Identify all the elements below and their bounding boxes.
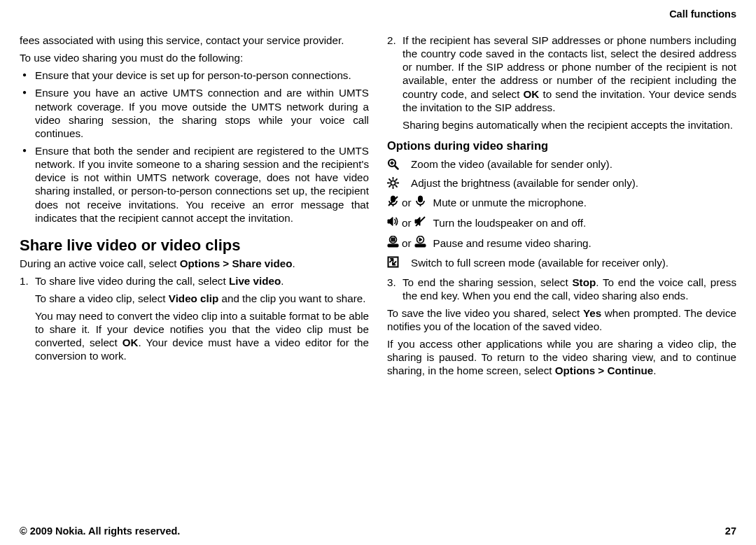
copyright: © 2009 Nokia. All rights reserved.: [20, 525, 180, 537]
requirements-list: Ensure that your device is set up for pe…: [20, 69, 369, 225]
step-number: 2.: [387, 34, 396, 47]
pause-icon: [387, 236, 399, 250]
list-item: Ensure that both the sender and recipien…: [20, 144, 369, 225]
speaker-on-icon: [387, 215, 399, 230]
steps-list-cont: 2. If the recipient has several SIP addr…: [387, 34, 736, 132]
step-1-sub1: To share a video clip, select Video clip…: [35, 292, 369, 305]
section-header: Call functions: [669, 8, 736, 20]
list-item: Ensure that your device is set up for pe…: [20, 69, 369, 82]
option-text: Switch to full screen mode (available fo…: [411, 256, 736, 269]
option-speaker: or Turn the loudspeaker on and off.: [387, 215, 736, 230]
option-mute: or Mute or unmute the microphone.: [387, 195, 736, 210]
step-1: 1. To share live video during the call, …: [20, 274, 369, 363]
share-intro: During an active voice call, select Opti…: [20, 257, 369, 270]
step-2-sub: Sharing begins automatically when the re…: [402, 118, 736, 132]
intro-paragraph-2: To use video sharing you must do the fol…: [20, 51, 369, 64]
option-text: Mute or unmute the microphone.: [433, 196, 736, 209]
right-column: 2. If the recipient has several SIP addr…: [387, 34, 736, 382]
heading-share-live-video: Share live video or video clips: [20, 236, 369, 255]
step-number: 1.: [20, 274, 29, 288]
option-zoom: Zoom the video (available for sender onl…: [387, 157, 736, 171]
or-separator: or: [402, 216, 412, 229]
mic-off-icon: [387, 195, 399, 210]
list-item: Ensure you have an active UMTS connectio…: [20, 86, 369, 140]
two-column-layout: fees associated with using this service,…: [20, 34, 736, 382]
play-icon: [414, 236, 426, 250]
access-paragraph: If you access other applications while y…: [387, 337, 736, 377]
manual-page: Call functions fees associated with usin…: [0, 0, 756, 545]
footer: © 2009 Nokia. All rights reserved. 27: [20, 525, 736, 537]
mic-on-icon: [414, 195, 426, 210]
or-separator: or: [402, 196, 412, 209]
heading-options: Options during video sharing: [387, 139, 736, 153]
save-paragraph: To save the live video you shared, selec…: [387, 306, 736, 333]
option-pause: or Pause and resume video sharing.: [387, 236, 736, 250]
or-separator: or: [402, 236, 412, 250]
option-text: Zoom the video (available for sender onl…: [411, 157, 736, 171]
step-2: 2. If the recipient has several SIP addr…: [387, 34, 736, 132]
brightness-icon: [387, 177, 408, 189]
option-text: Adjust the brightness (available for sen…: [411, 176, 736, 190]
steps-list-cont2: 3. To end the sharing session, select St…: [387, 276, 736, 302]
steps-list: 1. To share live video during the call, …: [20, 274, 369, 363]
step-3: 3. To end the sharing session, select St…: [387, 276, 736, 302]
option-text: Pause and resume video sharing.: [433, 236, 736, 250]
intro-paragraph: fees associated with using this service,…: [20, 34, 369, 47]
option-fullscreen: Switch to full screen mode (available fo…: [387, 256, 736, 269]
speaker-off-icon: [414, 215, 426, 230]
step-number: 3.: [387, 276, 396, 289]
fullscreen-icon: [387, 256, 408, 268]
step-1-sub2: You may need to convert the video clip i…: [35, 309, 369, 363]
option-text: Turn the loudspeaker on and off.: [433, 216, 736, 229]
page-number: 27: [725, 525, 736, 537]
left-column: fees associated with using this service,…: [20, 34, 369, 382]
zoom-icon: [387, 158, 408, 170]
option-brightness: Adjust the brightness (available for sen…: [387, 176, 736, 190]
